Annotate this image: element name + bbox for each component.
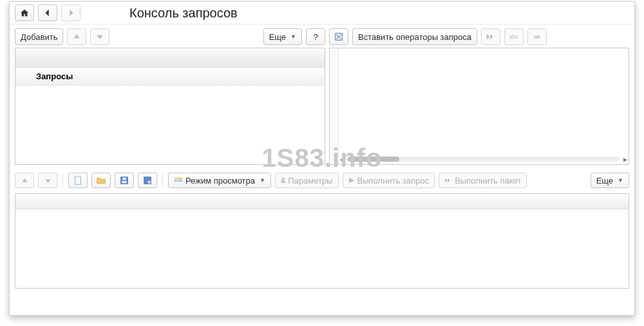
bottom-toolbar: Режим просмотра ▼ & Параметры Выполнить … (10, 170, 634, 191)
result-pane (15, 193, 629, 289)
view-mode-button[interactable]: Режим просмотра ▼ (168, 173, 271, 188)
scroll-thumb[interactable] (348, 157, 399, 162)
view-mode-label: Режим просмотра (185, 176, 255, 186)
more-label: Еще (596, 176, 613, 186)
svg-rect-4 (122, 181, 127, 184)
scroll-track[interactable] (346, 157, 620, 162)
chevron-down-icon: ▼ (290, 34, 296, 40)
chevron-down-icon: ▼ (618, 177, 623, 184)
move-up-button[interactable] (67, 28, 86, 45)
params-icon: & (281, 177, 285, 184)
arrow-left-icon (43, 8, 52, 17)
queries-tree-root[interactable]: Запросы (15, 68, 325, 86)
floppy-icon (120, 176, 129, 185)
open-file-button[interactable] (91, 173, 111, 188)
svg-rect-1 (75, 177, 81, 184)
home-button[interactable] (15, 5, 34, 21)
add-button[interactable]: Добавить (15, 28, 63, 45)
query-text-ruler (330, 48, 339, 164)
text-wrap-off-icon: ab (534, 34, 540, 40)
floppy-gear-icon (143, 176, 152, 185)
text-wrap-icon: abc (509, 34, 519, 40)
query-text-pane[interactable]: ◄ ► (329, 48, 629, 165)
page-title: Консоль запросов (129, 6, 238, 21)
move-down-button[interactable] (90, 28, 109, 45)
svg-rect-7 (175, 178, 182, 180)
save-button[interactable] (115, 173, 134, 188)
main-panes: Запросы ◄ ► (10, 48, 634, 170)
run-packet-label: Выполнить пакет (455, 176, 521, 186)
back-button[interactable] (38, 5, 57, 21)
forward-button[interactable] (61, 5, 80, 21)
bottom-more-button[interactable]: Еще ▼ (591, 173, 629, 188)
new-file-button[interactable] (68, 173, 88, 188)
save-settings-button[interactable] (138, 173, 157, 188)
arrow-up-icon (73, 33, 80, 41)
svg-rect-3 (122, 178, 126, 180)
params-label: Параметры (288, 176, 332, 186)
bt-move-up[interactable] (15, 173, 34, 188)
top-nav-bar: Консоль запросов (10, 2, 634, 24)
file-blank-icon (73, 176, 82, 185)
right-upper-toolbar: Вставить операторы запроса abc ab (329, 28, 629, 45)
wand-icon (334, 32, 343, 41)
run-query-button[interactable]: Выполнить запрос (343, 173, 435, 188)
bt-move-down[interactable] (38, 173, 57, 188)
next-result-button[interactable] (481, 28, 500, 45)
left-upper-toolbar: Добавить Еще ▼ ? (15, 28, 325, 45)
left-more-button[interactable]: Еще ▼ (263, 28, 302, 45)
arrow-right-icon (66, 8, 75, 17)
home-icon (20, 8, 29, 17)
more-label: Еще (269, 32, 286, 42)
query-constructor-button[interactable] (329, 28, 348, 45)
result-header (15, 194, 629, 209)
text-wrap-off-button[interactable]: ab (527, 28, 547, 45)
app-window: Консоль запросов Добавить Еще ▼ ? Встави… (9, 1, 635, 316)
svg-point-6 (147, 180, 151, 184)
run-query-label: Выполнить запрос (357, 176, 430, 186)
svg-rect-8 (175, 180, 177, 182)
upper-toolbars-row: Добавить Еще ▼ ? Вставить операторы запр… (10, 24, 634, 48)
step-forward-icon (486, 33, 495, 41)
queries-tree-header (15, 48, 325, 68)
queries-tree-pane: Запросы (15, 48, 325, 165)
view-mode-icon (174, 177, 183, 184)
scroll-right-icon[interactable]: ► (622, 156, 627, 163)
help-button[interactable]: ? (306, 28, 325, 45)
scroll-left-icon[interactable]: ◄ (339, 156, 344, 163)
run-packet-button[interactable]: Выполнить пакет (439, 173, 527, 188)
parameters-button[interactable]: & Параметры (275, 173, 339, 188)
arrow-up-icon (21, 177, 28, 184)
step-forward-icon (444, 177, 452, 184)
arrow-down-icon (96, 33, 104, 41)
arrow-down-icon (44, 177, 52, 184)
folder-open-icon (97, 176, 106, 185)
text-wrap-button[interactable]: abc (504, 28, 524, 45)
play-icon (348, 177, 355, 184)
chevron-down-icon: ▼ (260, 177, 265, 184)
svg-rect-9 (177, 180, 182, 182)
insert-operators-button[interactable]: Вставить операторы запроса (352, 28, 477, 45)
horizontal-scrollbar[interactable]: ◄ ► (339, 155, 627, 163)
